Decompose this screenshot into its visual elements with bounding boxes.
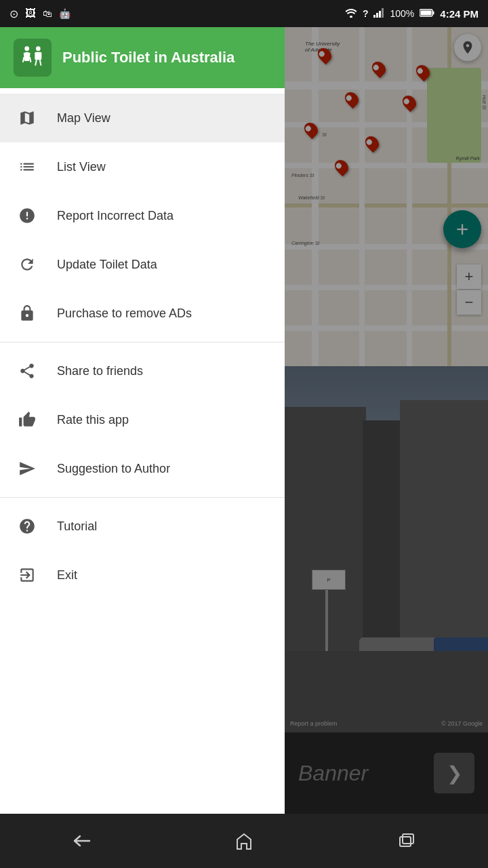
warning-icon bbox=[16, 205, 38, 226]
svg-line-14 bbox=[40, 60, 41, 65]
svg-line-10 bbox=[30, 57, 31, 62]
menu-divider bbox=[0, 342, 285, 342]
menu-item-list-view[interactable]: List View bbox=[0, 142, 285, 191]
back-button[interactable] bbox=[54, 821, 108, 861]
svg-rect-1 bbox=[373, 15, 375, 18]
right-overlay bbox=[285, 27, 488, 841]
share-icon bbox=[16, 360, 38, 382]
menu-divider bbox=[0, 497, 285, 498]
svg-rect-4 bbox=[382, 8, 384, 18]
help-icon: ? bbox=[363, 8, 369, 19]
menu-item-map-view[interactable]: Map View bbox=[0, 94, 285, 142]
svg-rect-16 bbox=[403, 834, 413, 844]
home-button[interactable] bbox=[217, 821, 271, 861]
menu-item-share[interactable]: Share to friends bbox=[0, 347, 285, 395]
menu-item-update[interactable]: Update Toilet Data bbox=[0, 240, 285, 289]
menu-label-map-view: Map View bbox=[57, 111, 110, 125]
svg-rect-3 bbox=[379, 11, 381, 18]
map-icon bbox=[16, 107, 38, 129]
help-icon bbox=[16, 515, 38, 537]
main-container: The Universityof Adelaide Rymill Park St… bbox=[0, 27, 488, 841]
battery-percent: 100% bbox=[390, 8, 414, 19]
svg-rect-7 bbox=[421, 11, 432, 16]
alarm-icon: ⊙ bbox=[9, 7, 18, 20]
wifi-icon bbox=[345, 8, 357, 20]
svg-rect-6 bbox=[433, 12, 434, 15]
send-icon bbox=[16, 458, 38, 479]
shopping-icon: 🛍 bbox=[43, 8, 52, 19]
status-bar-left: ⊙ 🖼 🛍 🤖 bbox=[9, 7, 70, 20]
navigation-drawer: Public Toilet in Australia Map ViewList … bbox=[0, 27, 285, 841]
svg-point-0 bbox=[350, 16, 352, 18]
status-bar: ⊙ 🖼 🛍 🤖 ? 100% bbox=[0, 0, 488, 27]
menu-item-report[interactable]: Report Incorrect Data bbox=[0, 191, 285, 240]
menu-label-report: Report Incorrect Data bbox=[57, 209, 174, 223]
image-icon: 🖼 bbox=[25, 7, 36, 20]
recents-button[interactable] bbox=[380, 821, 434, 861]
menu-list: Map ViewList ViewReport Incorrect DataUp… bbox=[0, 88, 285, 841]
android-icon: 🤖 bbox=[59, 8, 70, 19]
battery-icon bbox=[420, 8, 434, 19]
drawer-header: Public Toilet in Australia bbox=[0, 27, 285, 88]
svg-rect-12 bbox=[35, 52, 41, 60]
svg-rect-15 bbox=[400, 837, 411, 846]
menu-label-rate: Rate this app bbox=[57, 413, 129, 427]
lock-icon bbox=[16, 302, 38, 324]
svg-point-8 bbox=[24, 46, 29, 51]
menu-label-suggestion: Suggestion to Author bbox=[57, 462, 170, 476]
menu-item-suggestion[interactable]: Suggestion to Author bbox=[0, 444, 285, 493]
app-icon bbox=[14, 39, 52, 77]
navigation-bar bbox=[0, 814, 488, 868]
exit-icon bbox=[16, 564, 38, 586]
menu-label-update: Update Toilet Data bbox=[57, 258, 157, 272]
menu-label-tutorial: Tutorial bbox=[57, 519, 97, 534]
menu-label-exit: Exit bbox=[57, 568, 77, 583]
svg-line-13 bbox=[35, 60, 37, 65]
drawer-title: Public Toilet in Australia bbox=[62, 49, 235, 66]
menu-item-rate[interactable]: Rate this app bbox=[0, 395, 285, 444]
thumb-icon bbox=[16, 409, 38, 431]
menu-item-exit[interactable]: Exit bbox=[0, 551, 285, 599]
status-bar-right: ? 100% 4:24 PM bbox=[345, 8, 479, 20]
menu-label-purchase: Purchase to remove ADs bbox=[57, 307, 192, 321]
menu-item-tutorial[interactable]: Tutorial bbox=[0, 502, 285, 551]
svg-point-11 bbox=[36, 46, 41, 51]
svg-line-9 bbox=[23, 57, 24, 62]
status-time: 4:24 PM bbox=[440, 8, 479, 20]
refresh-icon bbox=[16, 254, 38, 275]
list-icon bbox=[16, 156, 38, 178]
menu-label-share: Share to friends bbox=[57, 364, 143, 378]
menu-label-list-view: List View bbox=[57, 160, 106, 174]
svg-rect-2 bbox=[376, 13, 378, 18]
signal-icon bbox=[373, 8, 384, 20]
menu-item-purchase[interactable]: Purchase to remove ADs bbox=[0, 289, 285, 338]
